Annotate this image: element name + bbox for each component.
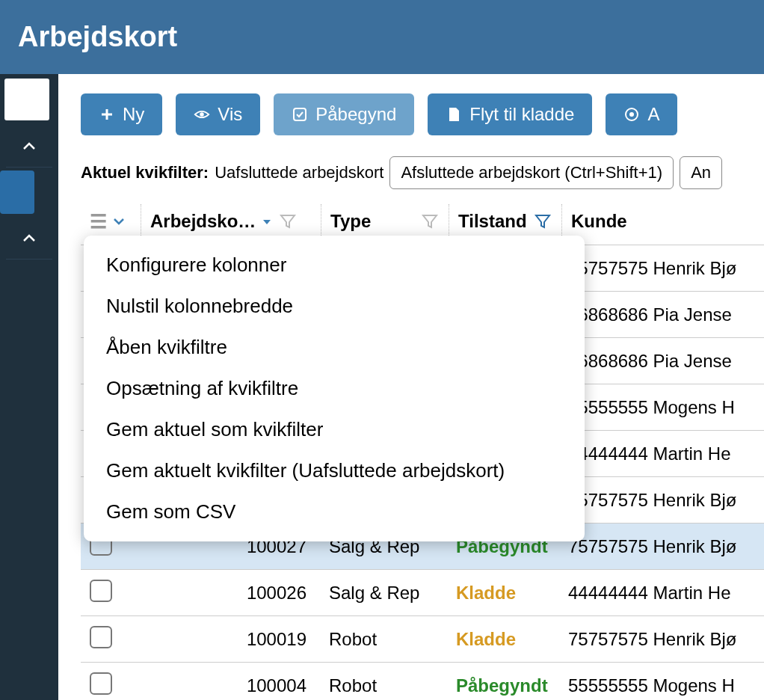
row-customer: 44444444 Martin He (559, 583, 764, 604)
menu-item-open-quickfilters[interactable]: Åben kvikfiltre (84, 327, 585, 368)
quickfilter-chip-2[interactable]: An (680, 156, 722, 189)
sort-desc-icon (262, 214, 272, 230)
row-customer: 86868686 Pia Jense (559, 351, 764, 372)
list-icon: ☰ (90, 210, 107, 233)
table-row[interactable]: 100026Salg & RepKladde44444444 Martin He (81, 570, 764, 616)
pabegynd-button[interactable]: Påbegynd (274, 93, 414, 135)
chevron-down-icon (113, 214, 125, 230)
pabegynd-label: Påbegynd (315, 104, 396, 125)
row-customer: 75757575 Henrik Bjø (559, 490, 764, 511)
row-status: Kladde (447, 583, 559, 604)
row-type: Robot (320, 629, 447, 650)
sidebar-logo (4, 79, 49, 120)
quickfilter-chip-1[interactable]: Afsluttede arbejdskort (Ctrl+Shift+1) (389, 156, 674, 189)
quickfilter-label: Aktuel kvikfilter: (81, 163, 209, 182)
sidebar-item-active[interactable] (0, 171, 34, 214)
svg-point-0 (200, 112, 205, 117)
row-type: Salg & Rep (320, 583, 447, 604)
main-content: Ny Vis Påbegynd Flyt til kladde (58, 74, 764, 700)
row-status: Kladde (447, 629, 559, 650)
row-id: 100004 (141, 675, 320, 696)
table-row[interactable]: 100004RobotPåbegyndt55555555 Mogens H (81, 663, 764, 700)
vis-label: Vis (218, 104, 242, 125)
row-checkbox[interactable] (90, 626, 112, 648)
svg-point-3 (629, 112, 634, 117)
menu-item-reset-width[interactable]: Nulstil kolonnebredde (84, 286, 585, 327)
sidebar-collapse-up-1[interactable] (0, 125, 58, 167)
row-id: 100019 (141, 629, 320, 650)
column-kunde[interactable]: Kunde (562, 211, 764, 232)
column-kunde-label: Kunde (571, 211, 627, 232)
a-label: A (647, 104, 659, 125)
row-checkbox-cell (81, 626, 141, 653)
sidebar (0, 74, 58, 700)
ny-label: Ny (123, 104, 144, 125)
a-button[interactable]: A (606, 93, 677, 135)
row-checkbox-cell (81, 580, 141, 607)
row-customer: 75757575 Henrik Bjø (559, 629, 764, 650)
row-customer: 55555555 Mogens H (559, 397, 764, 418)
row-customer: 86868686 Pia Jense (559, 304, 764, 325)
check-icon (292, 106, 308, 123)
row-customer: 44444444 Martin He (559, 443, 764, 464)
circle-check-icon (623, 106, 640, 123)
flyt-label: Flyt til kladde (469, 104, 574, 125)
row-type: Robot (320, 675, 447, 696)
row-status: Påbegyndt (447, 675, 559, 696)
flyt-button[interactable]: Flyt til kladde (428, 93, 592, 135)
page-title: Arbejdskort (18, 21, 177, 52)
quickfilter-row: Aktuel kvikfilter: Uafsluttede arbejdsko… (81, 156, 764, 189)
column-type-label: Type (330, 211, 371, 232)
file-icon (446, 106, 462, 123)
column-tilstand[interactable]: Tilstand (449, 211, 561, 232)
column-tilstand-label: Tilstand (458, 211, 527, 232)
funnel-icon[interactable] (278, 212, 298, 231)
grid-header: ☰ Arbejdsko… Type Tilstand (81, 198, 764, 245)
menu-item-save-as-quickfilter[interactable]: Gem aktuel som kvikfilter (84, 409, 585, 450)
eye-icon (194, 106, 210, 123)
row-customer: 75757575 Henrik Bjø (559, 258, 764, 279)
column-arbejdsko-label: Arbejdsko… (150, 211, 256, 232)
menu-item-setup-quickfilters[interactable]: Opsætning af kvikfiltre (84, 368, 585, 409)
toolbar: Ny Vis Påbegynd Flyt til kladde (81, 93, 764, 135)
ny-button[interactable]: Ny (81, 93, 162, 135)
quickfilter-current: Uafsluttede arbejdskort (215, 163, 383, 182)
vis-button[interactable]: Vis (176, 93, 260, 135)
row-customer: 75757575 Henrik Bjø (559, 536, 764, 557)
column-menu-dropdown: Konfigurere kolonner Nulstil kolonnebred… (84, 236, 585, 541)
sidebar-collapse-up-2[interactable] (0, 217, 58, 259)
column-checkbox[interactable]: ☰ (81, 210, 141, 233)
menu-item-save-csv[interactable]: Gem som CSV (84, 491, 585, 532)
menu-item-save-current-quickfilter[interactable]: Gem aktuelt kvikfilter (Uafsluttede arbe… (84, 450, 585, 491)
row-checkbox[interactable] (90, 672, 112, 695)
column-arbejdsko[interactable]: Arbejdsko… (141, 211, 321, 232)
plus-icon (99, 106, 115, 123)
row-id: 100026 (141, 583, 320, 604)
funnel-icon[interactable] (420, 212, 440, 231)
funnel-icon-active[interactable] (533, 212, 552, 231)
row-checkbox-cell (81, 672, 141, 699)
menu-item-configure-columns[interactable]: Konfigurere kolonner (84, 245, 585, 286)
table-row[interactable]: 100019RobotKladde75757575 Henrik Bjø (81, 616, 764, 663)
svg-rect-1 (294, 108, 306, 120)
row-customer: 55555555 Mogens H (559, 675, 764, 696)
page-header: Arbejdskort (0, 0, 764, 74)
row-checkbox[interactable] (90, 580, 112, 602)
column-type[interactable]: Type (321, 211, 449, 232)
